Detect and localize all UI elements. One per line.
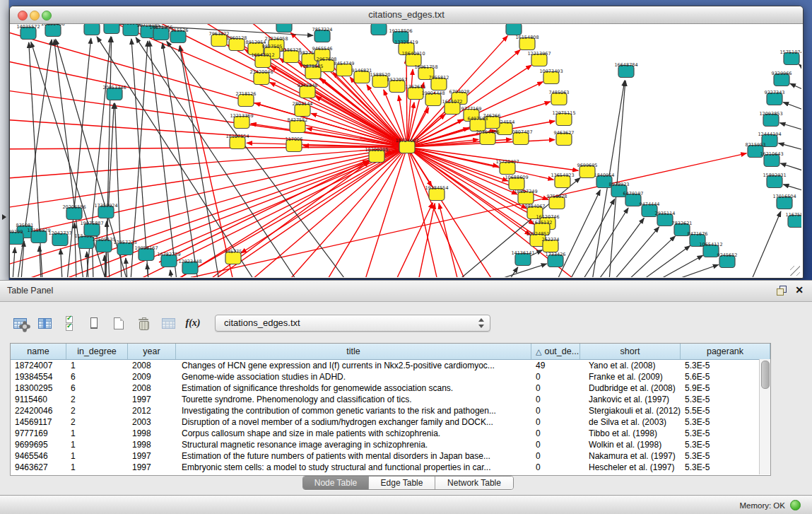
- table-cell[interactable]: 2: [66, 405, 128, 416]
- column-header-short[interactable]: short: [580, 344, 681, 359]
- tab-node-table[interactable]: Node Table: [303, 477, 369, 489]
- table-cell[interactable]: 9463627: [11, 462, 66, 473]
- table-row[interactable]: 1872400712008Changes of HCN gene express…: [11, 360, 770, 371]
- close-panel-icon[interactable]: ✕: [795, 284, 804, 296]
- graph-edge[interactable]: [61, 249, 62, 277]
- column-header-title[interactable]: title: [176, 344, 531, 359]
- tab-edge-table[interactable]: Edge Table: [369, 477, 435, 489]
- table-row[interactable]: 2242004622012Investigating the contribut…: [11, 405, 770, 416]
- table-cell[interactable]: Estimation of significance thresholds fo…: [176, 382, 531, 394]
- graph-edge[interactable]: [126, 258, 127, 277]
- table-cell[interactable]: Genome-wide association studies in ADHD.: [176, 371, 531, 382]
- network-canvas[interactable]: 1872400714035572206914061065328715276022…: [10, 24, 801, 277]
- citation-network-graph[interactable]: 1872400714035572206914061065328715276022…: [10, 24, 801, 277]
- graph-edge[interactable]: [613, 227, 659, 277]
- graph-node-15276022[interactable]: [104, 24, 119, 34]
- table-cell[interactable]: 2008: [128, 382, 176, 394]
- table-cell[interactable]: 2012: [128, 405, 176, 416]
- graph-node-10653287[interactable]: [84, 24, 100, 35]
- table-cell[interactable]: Jankovic et al. (1997): [580, 394, 681, 405]
- graph-edge[interactable]: [74, 223, 76, 277]
- table-cell[interactable]: 0: [531, 371, 580, 382]
- graph-edge[interactable]: [170, 270, 172, 277]
- table-cell[interactable]: 5.3E-5: [681, 416, 770, 428]
- graph-edge[interactable]: [657, 255, 703, 277]
- table-settings-button[interactable]: [11, 315, 28, 332]
- table-cell[interactable]: 0: [531, 450, 580, 462]
- table-cell[interactable]: 5.3E-5: [681, 428, 770, 439]
- network-window[interactable]: citations_edges.txt 18724007140355722069…: [9, 6, 804, 279]
- table-cell[interactable]: Stergiakouli et al. (2012): [580, 405, 681, 416]
- table-select-dropdown[interactable]: citations_edges.txt: [215, 315, 490, 332]
- float-panel-icon[interactable]: [777, 286, 787, 296]
- table-row[interactable]: 1456911722003Disruption of a novel membe…: [11, 416, 770, 428]
- graph-edge[interactable]: [418, 204, 435, 277]
- table-cell[interactable]: 9699695: [11, 439, 66, 450]
- table-cell[interactable]: Nakamura et al. (1997): [580, 450, 681, 462]
- table-row[interactable]: 1830029562008Estimation of significance …: [11, 382, 770, 394]
- graph-edge[interactable]: [406, 58, 407, 147]
- show-columns-button[interactable]: [36, 315, 53, 332]
- table-cell[interactable]: 0: [531, 428, 580, 439]
- graph-edge[interactable]: [149, 41, 177, 277]
- graph-edge[interactable]: [407, 147, 466, 277]
- table-cell[interactable]: 1: [66, 428, 128, 439]
- scrollbar-thumb[interactable]: [761, 361, 770, 389]
- table-cell[interactable]: Corpus callosum shape and size in male p…: [176, 428, 531, 439]
- table-cell[interactable]: Investigating the contribution of common…: [176, 405, 531, 416]
- column-header-name[interactable]: name: [11, 344, 66, 359]
- graph-edge[interactable]: [751, 211, 781, 277]
- panel-expand-icon[interactable]: [2, 214, 6, 220]
- graph-edge[interactable]: [790, 83, 801, 93]
- column-header-in-degree[interactable]: in_degree: [66, 344, 128, 359]
- table-cell[interactable]: Hescheler et al. (1997): [580, 462, 681, 473]
- table-cell[interactable]: 18300295: [11, 382, 66, 394]
- table-cell[interactable]: 5.3E-5: [681, 439, 770, 450]
- graph-edge[interactable]: [783, 185, 801, 193]
- table-cell[interactable]: 1998: [128, 439, 176, 450]
- graph-node-16053809[interactable]: [276, 24, 292, 33]
- table-cell[interactable]: Changes of HCN gene expression and I(f) …: [176, 360, 531, 371]
- graph-edge[interactable]: [673, 264, 719, 277]
- graph-edge[interactable]: [241, 147, 407, 253]
- table-cell[interactable]: 1: [66, 360, 128, 371]
- graph-node-8813054[interactable]: [371, 24, 387, 35]
- graph-edge[interactable]: [247, 147, 407, 277]
- table-cell[interactable]: 9777169: [11, 428, 66, 439]
- table-cell[interactable]: 2003: [128, 416, 176, 428]
- left-panel-gutter[interactable]: [0, 0, 9, 280]
- graph-edge[interactable]: [407, 147, 508, 181]
- table-cell[interactable]: 0: [531, 405, 580, 416]
- table-cell[interactable]: Yano et al. (2008): [580, 360, 681, 371]
- graph-edge[interactable]: [325, 147, 407, 277]
- table-cell[interactable]: Disruption of a novel member of a sodium…: [176, 416, 531, 428]
- table-cell[interactable]: 0: [531, 439, 580, 450]
- table-cell[interactable]: 22420046: [11, 405, 66, 416]
- table-cell[interactable]: 1997: [128, 450, 176, 462]
- graph-edge[interactable]: [170, 147, 407, 277]
- delete-table-button[interactable]: [160, 315, 177, 332]
- table-cell[interactable]: Tibbo et al. (1998): [580, 428, 681, 439]
- table-cell[interactable]: 0: [531, 394, 580, 405]
- graph-edge[interactable]: [407, 147, 438, 277]
- table-cell[interactable]: 1: [66, 439, 128, 450]
- table-cell[interactable]: 5.9E-5: [681, 382, 770, 394]
- table-row[interactable]: 977716911998Corpus callosum shape and si…: [11, 428, 770, 439]
- table-row[interactable]: 946362711997Embryonic stem cells: a mode…: [11, 462, 770, 473]
- graph-edge[interactable]: [264, 54, 407, 147]
- table-cell[interactable]: Tourette syndrome. Phenomenology and cla…: [176, 394, 531, 405]
- table-cell[interactable]: Estimation of the future numbers of pati…: [176, 450, 531, 462]
- graph-edge[interactable]: [642, 246, 690, 277]
- column-header-out-degree[interactable]: △ out_de...: [531, 344, 580, 359]
- graph-edge[interactable]: [159, 160, 368, 262]
- table-cell[interactable]: 1998: [128, 428, 176, 439]
- table-cell[interactable]: 1997: [128, 394, 176, 405]
- table-row[interactable]: 911546021997Tourette syndrome. Phenomeno…: [11, 394, 770, 405]
- delete-column-button[interactable]: [135, 315, 152, 332]
- table-cell[interactable]: 2: [66, 394, 128, 405]
- window-resize-grip[interactable]: [790, 266, 800, 276]
- tab-network-table[interactable]: Network Table: [435, 477, 513, 489]
- table-cell[interactable]: 49: [531, 360, 580, 371]
- create-column-button[interactable]: [110, 315, 127, 332]
- network-window-titlebar[interactable]: citations_edges.txt: [10, 6, 803, 24]
